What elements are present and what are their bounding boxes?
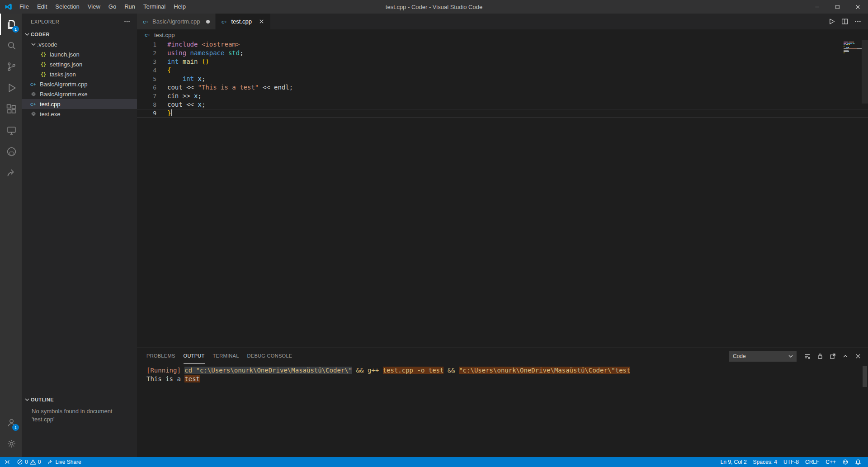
maximize-button[interactable]	[827, 0, 848, 14]
outline-section: OUTLINE No symbols found in document 'te…	[22, 394, 137, 457]
tree-item-basicalgrortm.cpp[interactable]: C+BasicAlgrortm.cpp	[22, 79, 137, 89]
tab-test.cpp[interactable]: C+test.cpp	[216, 14, 271, 29]
tree-item-test.cpp[interactable]: C+test.cpp	[22, 99, 137, 109]
menu-edit[interactable]: Edit	[33, 0, 51, 14]
output-token: &&	[443, 367, 459, 374]
warning-icon	[30, 459, 36, 465]
activity-extensions[interactable]	[0, 99, 22, 120]
activity-github[interactable]	[0, 141, 22, 162]
open-in-editor-icon[interactable]	[829, 353, 836, 360]
minimap-line	[844, 50, 862, 51]
live-share-icon	[6, 167, 17, 179]
tree-item-test.exe[interactable]: test.exe	[22, 109, 137, 119]
activity-search[interactable]	[0, 35, 22, 56]
close-panel-icon[interactable]	[854, 353, 862, 360]
chevron-down-icon	[30, 41, 37, 48]
line-number: 8	[137, 100, 156, 109]
output-channel-select[interactable]: Code	[729, 351, 797, 362]
panel-tab-problems[interactable]: PROBLEMS	[146, 348, 175, 364]
menu-terminal[interactable]: Terminal	[139, 0, 170, 14]
minimap[interactable]	[844, 42, 862, 54]
explorer-title: EXPLORER	[31, 19, 59, 24]
line-content: }	[156, 109, 172, 118]
more-actions-icon[interactable]	[854, 18, 862, 25]
menu-go[interactable]: Go	[104, 0, 120, 14]
activity-remote-explorer[interactable]	[0, 120, 22, 141]
maximize-icon	[834, 4, 841, 10]
code-token: int	[167, 58, 179, 65]
activity-explorer[interactable]: 1	[0, 14, 22, 35]
file-tree: CODER.vscode{}launch.json{}settings.json…	[22, 29, 137, 394]
menu-selection[interactable]: Selection	[51, 0, 83, 14]
debug-icon	[6, 82, 17, 94]
output-content[interactable]: [Running] cd "c:\Users\onurk\OneDrive\Ma…	[137, 364, 868, 457]
editor-column: C+BasicAlgrortm.cppC+test.cpp C+ test.cp…	[137, 14, 868, 457]
panel-scrollbar[interactable]	[863, 366, 867, 387]
status-bar: 0 0 Live Share Ln 9, Col 2 Spaces: 4 UTF…	[0, 457, 868, 467]
lock-icon[interactable]	[816, 353, 824, 360]
activity-account[interactable]: 1	[0, 412, 22, 433]
more-actions-icon[interactable]	[123, 18, 131, 25]
panel-tab-debug-console[interactable]: DEBUG CONSOLE	[247, 348, 292, 364]
menu-help[interactable]: Help	[170, 0, 190, 14]
code-editor[interactable]: 1#include <iostream>2using namespace std…	[137, 40, 868, 348]
clear-output-icon[interactable]	[804, 353, 811, 360]
tree-item-.vscode[interactable]: .vscode	[22, 39, 137, 49]
feedback-button[interactable]	[839, 457, 852, 467]
maximize-panel-icon[interactable]	[842, 353, 849, 360]
svg-text:C+: C+	[145, 33, 151, 38]
eol[interactable]: CRLF	[802, 457, 822, 467]
tree-item-launch.json[interactable]: {}launch.json	[22, 49, 137, 59]
minimap-segment	[844, 48, 848, 49]
language-mode[interactable]: C++	[822, 457, 839, 467]
live-share-button[interactable]: Live Share	[44, 457, 84, 467]
split-editor-icon[interactable]	[841, 18, 849, 25]
editor-scrollbar[interactable]	[862, 40, 868, 104]
notifications-button[interactable]	[852, 457, 864, 467]
remote-icon	[4, 459, 10, 465]
breadcrumb[interactable]: C+ test.cpp	[137, 29, 868, 40]
tree-item-tasks.json[interactable]: {}tasks.json	[22, 69, 137, 79]
tab-label: test.cpp	[231, 18, 252, 25]
activity-live-share[interactable]	[0, 162, 22, 184]
outline-header[interactable]: OUTLINE	[22, 394, 137, 405]
cpp-file-icon: C+	[30, 80, 37, 88]
encoding[interactable]: UTF-8	[780, 457, 802, 467]
activity-bar: 1 1	[0, 14, 22, 457]
modified-dot	[206, 20, 210, 24]
cursor-position[interactable]: Ln 9, Col 2	[717, 457, 750, 467]
activity-settings[interactable]	[0, 433, 22, 454]
text-cursor	[171, 109, 172, 116]
svg-text:C+: C+	[30, 82, 36, 87]
svg-text:C+: C+	[222, 19, 227, 24]
close-icon[interactable]	[258, 18, 265, 25]
run-code-icon[interactable]	[828, 18, 835, 25]
tree-item-basicalgrortm.exe[interactable]: BasicAlgrortm.exe	[22, 89, 137, 99]
tree-item-settings.json[interactable]: {}settings.json	[22, 59, 137, 69]
chevron-down-icon	[24, 396, 31, 403]
output-token: This is a	[146, 375, 184, 382]
breadcrumb-item[interactable]: test.cpp	[154, 32, 175, 38]
minimize-button[interactable]	[807, 0, 827, 14]
menu-bar: FileEditSelectionViewGoRunTerminalHelp	[15, 0, 190, 14]
remote-window-button[interactable]	[1, 457, 14, 467]
activity-source-control[interactable]	[0, 56, 22, 77]
menu-view[interactable]: View	[84, 0, 104, 14]
indentation[interactable]: Spaces: 4	[750, 457, 780, 467]
menu-file[interactable]: File	[15, 0, 33, 14]
code-token: ;	[198, 92, 201, 99]
tab-label: BasicAlgrortm.cpp	[152, 18, 200, 25]
chevron-down-icon	[787, 353, 794, 360]
tab-BasicAlgrortm.cpp[interactable]: C+BasicAlgrortm.cpp	[137, 14, 216, 29]
tree-item-coder[interactable]: CODER	[22, 29, 137, 39]
close-button[interactable]	[848, 0, 868, 14]
code-token: << endl;	[259, 84, 293, 91]
menu-run[interactable]: Run	[120, 0, 139, 14]
minimap-segment	[849, 42, 854, 42]
panel-tab-output[interactable]: OUTPUT	[184, 348, 205, 364]
minimap-line	[844, 43, 862, 44]
panel-tab-terminal[interactable]: TERMINAL	[213, 348, 239, 364]
minimap-line	[844, 52, 862, 53]
problems-button[interactable]: 0 0	[14, 457, 44, 467]
activity-run-and-debug[interactable]	[0, 77, 22, 99]
